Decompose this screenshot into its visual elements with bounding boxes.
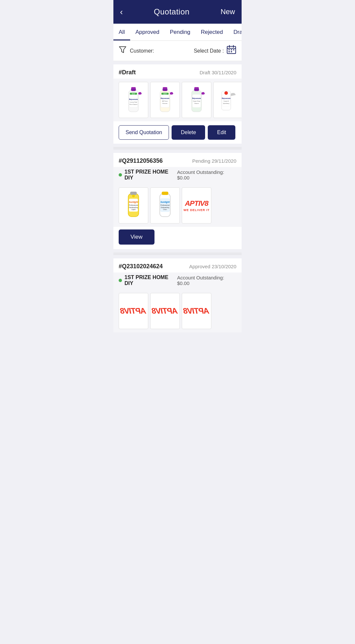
svg-rect-51 [162,192,168,195]
svg-text:Carpet Deep: Carpet Deep [193,100,201,102]
card-approved-customer-row: 1ST PRIZE HOME DIY Account Outstanding: … [113,273,242,290]
delete-button[interactable]: Delete [172,125,205,140]
page-title: Quotation [154,7,190,16]
filter-row: Customer: Select Date : [113,41,242,61]
product-aptiv8-1: APTIV8 [119,293,148,329]
tab-pending[interactable]: Pending [165,24,196,40]
card-approved-header: #Q23102024624 Approved 23/10/2020 [113,258,242,273]
divider-2 [113,252,242,255]
svg-text:Dishwashing: Dishwashing [161,207,169,208]
card-approved-status: Approved 23/10/2020 [189,264,236,269]
filter-left: Customer: [119,46,154,56]
edit-button[interactable]: Edit [208,125,235,140]
svg-rect-43 [130,192,137,195]
tab-bar: All Approved Pending Rejected Draft [113,24,242,41]
svg-text:Rejuvenate: Rejuvenate [161,97,170,99]
svg-point-11 [131,89,136,91]
svg-point-39 [225,91,228,95]
tab-all[interactable]: All [113,24,130,40]
card-approved-account: Account Outstanding: $0.00 [177,275,236,286]
svg-text:Upholstery: Upholstery [223,103,229,104]
svg-text:Restorer: Restorer [162,103,168,104]
svg-rect-7 [228,51,230,52]
product-aptiv8-2: APTIV8 [150,293,180,329]
card-draft-header: #Draft Draft 30/11/2020 [113,64,242,79]
svg-text:Cleaner: Cleaner [194,103,199,104]
svg-rect-5 [231,49,232,50]
svg-text:Clean: Clean [163,209,167,210]
customer-filter-label: Customer: [130,48,154,54]
card-pending-account: Account Outstanding: $0.00 [177,169,236,180]
product-sunlight-2: Sunlight Professional Dishwashing Clean [150,187,180,224]
svg-text:All Floors: All Floors [162,100,168,102]
app-header: ‹ Quotation New [113,0,242,24]
view-button[interactable]: View [119,229,154,245]
divider-1 [113,147,242,150]
filter-right: Select Date : [194,45,236,57]
svg-text:Professional: Professional [160,204,170,206]
svg-text:Professional: Professional [129,204,138,206]
svg-rect-12 [129,94,138,107]
card-draft-products: Rejuvenate Luxury Vinyl Floor Cleaner NE… [113,79,242,121]
svg-text:Luxury Vinyl: Luxury Vinyl [130,101,137,103]
card-pending-header: #Q29112056356 Pending 29/11/2020 [113,153,242,167]
card-draft-id: #Draft [119,69,136,76]
card-draft: #Draft Draft 30/11/2020 Rejuvenate Luxur… [113,64,242,144]
send-quotation-button[interactable]: Send Quotation [119,125,169,140]
svg-text:Floor Cleaner: Floor Cleaner [130,104,138,105]
product-aptiv8-3: APTIV8 [182,293,211,329]
card-pending: #Q29112056356 Pending 29/11/2020 1ST PRI… [113,153,242,249]
card-approved-customer: 1ST PRIZE HOME DIY [119,274,177,286]
card-pending-status: Pending 29/11/2020 [192,158,236,164]
tab-draft[interactable]: Draft [228,24,242,40]
svg-rect-6 [233,49,234,50]
product-image-3: Rejuvenate Carpet Deep Cleaner [182,82,211,118]
svg-point-29 [194,89,199,91]
product-image-1: Rejuvenate Luxury Vinyl Floor Cleaner NE… [119,82,148,118]
svg-text:Rejuvenate: Rejuvenate [129,98,138,100]
svg-text:Sunlight: Sunlight [129,201,138,203]
svg-text:Sunlight: Sunlight [160,201,170,203]
product-image-2: Rejuvenate All Floors Restorer NEW [150,82,180,118]
svg-rect-8 [231,51,232,52]
svg-text:Liquid: Liquid [131,209,136,210]
calendar-icon[interactable] [226,45,236,57]
card-pending-customer: 1ST PRIZE HOME DIY [119,169,177,181]
product-sunlight-1: Sunlight Professional Handwashing Liquid [119,187,148,224]
svg-text:Handwashing: Handwashing [129,207,138,208]
status-dot [119,173,122,177]
product-aptiv8: APTIV8 WE DELIVER IT [182,187,211,224]
card-draft-status: Draft 30/11/2020 [200,70,236,75]
back-button[interactable]: ‹ [120,7,123,17]
card-pending-id: #Q29112056356 [119,157,163,164]
filter-icon[interactable] [119,46,127,56]
date-filter-label: Select Date : [194,48,224,54]
card-approved-id: #Q23102024624 [119,263,163,270]
svg-rect-4 [228,49,230,50]
status-dot-2 [119,279,122,282]
svg-text:NEW: NEW [163,93,167,95]
card-draft-actions: Send Quotation Delete Edit [113,121,242,144]
svg-point-20 [162,89,168,91]
card-pending-customer-row: 1ST PRIZE HOME DIY Account Outstanding: … [113,167,242,184]
svg-text:Rejuvenate: Rejuvenate [192,97,201,99]
tab-approved[interactable]: Approved [130,24,165,40]
svg-point-49 [132,195,135,197]
card-approved-products: APTIV8 APTIV8 APTIV8 [113,290,242,332]
card-approved: #Q23102024624 Approved 23/10/2020 1ST PR… [113,258,242,332]
new-button[interactable]: New [221,8,235,16]
svg-text:Carpet &: Carpet & [224,100,229,102]
svg-text:Rejuvenate: Rejuvenate [222,97,231,99]
card-pending-products: Sunlight Professional Handwashing Liquid… [113,184,242,227]
tab-rejected[interactable]: Rejected [196,24,228,40]
product-image-4: Rejuvenate Carpet & Upholstery [213,82,242,118]
svg-text:NEW: NEW [132,93,135,95]
